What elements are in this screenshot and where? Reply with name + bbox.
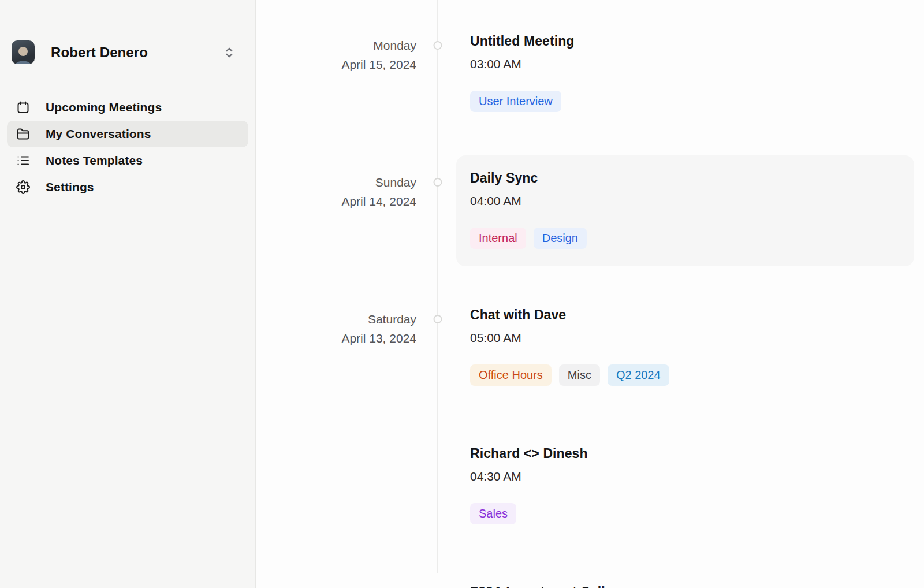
meeting-title: Daily Sync <box>470 168 900 188</box>
sidebar-item-settings[interactable]: Settings <box>7 174 248 200</box>
meeting-tags: Sales <box>470 503 900 524</box>
meeting-card[interactable]: Untitled Meeting03:00 AMUser Interview <box>456 18 914 129</box>
app-root: Robert Denero Upcoming Meetings <box>0 0 924 588</box>
meeting-time: 04:30 AM <box>470 468 900 485</box>
timeline-date: April 14, 2024 <box>256 192 416 211</box>
sidebar-item-label: My Conversations <box>46 127 151 141</box>
timeline-dot <box>434 315 442 323</box>
meeting-tags: User Interview <box>470 91 900 112</box>
timeline-group: MondayApril 15, 2024Untitled Meeting03:0… <box>256 18 924 129</box>
meeting-tag[interactable]: Q2 2024 <box>608 364 669 386</box>
chevron-updown-icon <box>222 45 237 60</box>
meeting-tag[interactable]: User Interview <box>470 91 561 112</box>
user-menu[interactable]: Robert Denero <box>7 40 248 64</box>
meeting-tags: InternalDesign <box>470 228 900 249</box>
timeline-date-label: MondayApril 15, 2024 <box>256 18 437 129</box>
timeline-group: SundayApril 14, 2024Daily Sync04:00 AMIn… <box>256 155 924 266</box>
meeting-tag[interactable]: Internal <box>470 228 526 249</box>
meeting-list: Chat with Dave05:00 AMOffice HoursMiscQ2… <box>456 292 914 588</box>
meeting-card[interactable]: Richard <> Dinesh04:30 AMSales <box>456 431 914 542</box>
meeting-card[interactable]: Z32A Investment Call <box>456 570 914 588</box>
meeting-title: Z32A Investment Call <box>470 582 900 588</box>
avatar-person-icon <box>12 43 35 64</box>
sidebar-item-label: Settings <box>46 180 94 194</box>
timeline-group: SaturdayApril 13, 2024Chat with Dave05:0… <box>256 292 924 588</box>
sidebar-item-upcoming-meetings[interactable]: Upcoming Meetings <box>7 94 248 121</box>
meeting-list: Untitled Meeting03:00 AMUser Interview <box>456 18 914 129</box>
avatar <box>12 40 35 64</box>
sidebar-nav: Upcoming Meetings My Conversations <box>7 94 248 200</box>
sidebar-item-label: Notes Templates <box>46 154 143 168</box>
timeline-date: April 15, 2024 <box>256 55 416 74</box>
meeting-title: Untitled Meeting <box>470 31 900 51</box>
meeting-list: Daily Sync04:00 AMInternalDesign <box>456 155 914 266</box>
meeting-card[interactable]: Daily Sync04:00 AMInternalDesign <box>456 155 914 266</box>
timeline-date-label: SundayApril 14, 2024 <box>256 155 437 266</box>
timeline-dot <box>434 41 442 50</box>
list-icon <box>16 154 30 168</box>
meeting-title: Richard <> Dinesh <box>470 444 900 463</box>
meeting-tag[interactable]: Sales <box>470 503 516 524</box>
timeline-day: Monday <box>256 36 416 55</box>
sidebar-item-label: Upcoming Meetings <box>46 101 162 114</box>
user-name: Robert Denero <box>51 44 148 61</box>
calendar-icon <box>16 101 30 114</box>
meeting-tag[interactable]: Design <box>534 228 587 249</box>
sidebar-item-my-conversations[interactable]: My Conversations <box>7 121 248 147</box>
sidebar-item-notes-templates[interactable]: Notes Templates <box>7 147 248 174</box>
meeting-time: 03:00 AM <box>470 56 900 72</box>
sidebar: Robert Denero Upcoming Meetings <box>0 0 256 588</box>
timeline-dot <box>434 178 442 187</box>
meeting-title: Chat with Dave <box>470 305 900 325</box>
timeline-date: April 13, 2024 <box>256 329 416 348</box>
conversations-timeline: MondayApril 15, 2024Untitled Meeting03:0… <box>256 0 924 588</box>
meeting-time: 05:00 AM <box>470 330 900 346</box>
timeline-day: Sunday <box>256 173 416 192</box>
meeting-tags: Office HoursMiscQ2 2024 <box>470 364 900 386</box>
timeline-date-label: SaturdayApril 13, 2024 <box>256 292 437 588</box>
meeting-time: 04:00 AM <box>470 193 900 209</box>
meeting-tag[interactable]: Office Hours <box>470 364 552 386</box>
gear-icon <box>16 180 30 194</box>
meeting-card[interactable]: Chat with Dave05:00 AMOffice HoursMiscQ2… <box>456 292 914 403</box>
folder-icon <box>16 127 30 141</box>
timeline-groups: MondayApril 15, 2024Untitled Meeting03:0… <box>256 18 924 588</box>
timeline-day: Saturday <box>256 310 416 329</box>
meeting-tag[interactable]: Misc <box>559 364 600 386</box>
